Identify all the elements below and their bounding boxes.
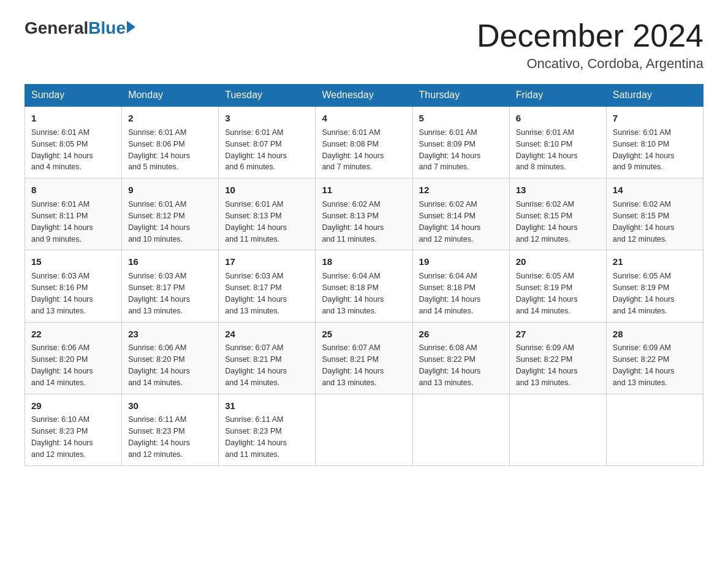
day-number: 15: [31, 255, 115, 269]
day-number: 30: [128, 399, 212, 413]
table-row: 27 Sunrise: 6:09 AMSunset: 8:22 PMDaylig…: [509, 322, 606, 394]
location-text: Oncativo, Cordoba, Argentina: [477, 56, 703, 72]
calendar-table: Sunday Monday Tuesday Wednesday Thursday…: [25, 84, 703, 466]
day-info: Sunrise: 6:01 AMSunset: 8:10 PMDaylight:…: [516, 128, 578, 172]
table-row: 6 Sunrise: 6:01 AMSunset: 8:10 PMDayligh…: [509, 106, 606, 178]
table-row: [509, 394, 606, 465]
table-row: 25 Sunrise: 6:07 AMSunset: 8:21 PMDaylig…: [316, 322, 412, 394]
day-info: Sunrise: 6:01 AMSunset: 8:06 PMDaylight:…: [128, 128, 190, 172]
month-title: December 2024: [477, 18, 703, 53]
day-number: 20: [516, 255, 600, 269]
col-friday: Friday: [509, 85, 606, 107]
day-number: 4: [322, 112, 406, 125]
day-info: Sunrise: 6:01 AMSunset: 8:08 PMDaylight:…: [322, 128, 384, 172]
day-number: 1: [31, 112, 115, 125]
col-sunday: Sunday: [25, 85, 122, 107]
calendar-week-row: 15 Sunrise: 6:03 AMSunset: 8:16 PMDaylig…: [25, 250, 703, 322]
day-number: 5: [419, 112, 503, 125]
calendar-week-row: 1 Sunrise: 6:01 AMSunset: 8:05 PMDayligh…: [25, 106, 703, 178]
day-info: Sunrise: 6:01 AMSunset: 8:10 PMDaylight:…: [613, 128, 675, 172]
table-row: 24 Sunrise: 6:07 AMSunset: 8:21 PMDaylig…: [219, 322, 316, 394]
table-row: 19 Sunrise: 6:04 AMSunset: 8:18 PMDaylig…: [412, 250, 509, 322]
day-info: Sunrise: 6:06 AMSunset: 8:20 PMDaylight:…: [128, 343, 190, 387]
table-row: 29 Sunrise: 6:10 AMSunset: 8:23 PMDaylig…: [25, 394, 122, 465]
table-row: 13 Sunrise: 6:02 AMSunset: 8:15 PMDaylig…: [509, 178, 606, 250]
day-number: 9: [128, 183, 212, 197]
day-number: 22: [31, 327, 115, 341]
table-row: 11 Sunrise: 6:02 AMSunset: 8:13 PMDaylig…: [316, 178, 412, 250]
col-thursday: Thursday: [412, 85, 509, 107]
day-info: Sunrise: 6:09 AMSunset: 8:22 PMDaylight:…: [516, 343, 578, 387]
day-number: 31: [225, 399, 309, 413]
day-number: 28: [613, 327, 697, 341]
table-row: 12 Sunrise: 6:02 AMSunset: 8:14 PMDaylig…: [412, 178, 509, 250]
day-number: 24: [225, 327, 309, 341]
day-info: Sunrise: 6:01 AMSunset: 8:07 PMDaylight:…: [225, 128, 287, 172]
table-row: [316, 394, 412, 465]
day-number: 7: [613, 112, 697, 125]
col-tuesday: Tuesday: [219, 85, 316, 107]
col-monday: Monday: [122, 85, 219, 107]
day-number: 6: [516, 112, 600, 125]
day-number: 18: [322, 255, 406, 269]
day-number: 26: [419, 327, 503, 341]
day-info: Sunrise: 6:10 AMSunset: 8:23 PMDaylight:…: [31, 415, 93, 459]
table-row: 8 Sunrise: 6:01 AMSunset: 8:11 PMDayligh…: [25, 178, 122, 250]
table-row: 17 Sunrise: 6:03 AMSunset: 8:17 PMDaylig…: [219, 250, 316, 322]
day-number: 13: [516, 183, 600, 197]
table-row: [412, 394, 509, 465]
day-number: 8: [31, 183, 115, 197]
table-row: 26 Sunrise: 6:08 AMSunset: 8:22 PMDaylig…: [412, 322, 509, 394]
calendar-week-row: 29 Sunrise: 6:10 AMSunset: 8:23 PMDaylig…: [25, 394, 703, 465]
table-row: 14 Sunrise: 6:02 AMSunset: 8:15 PMDaylig…: [606, 178, 703, 250]
day-number: 25: [322, 327, 406, 341]
logo: General Blue: [25, 18, 135, 38]
logo-general-text: General: [25, 18, 88, 38]
day-number: 3: [225, 112, 309, 125]
day-info: Sunrise: 6:02 AMSunset: 8:15 PMDaylight:…: [516, 200, 578, 243]
table-row: 10 Sunrise: 6:01 AMSunset: 8:13 PMDaylig…: [219, 178, 316, 250]
day-info: Sunrise: 6:01 AMSunset: 8:12 PMDaylight:…: [128, 200, 190, 243]
calendar-week-row: 22 Sunrise: 6:06 AMSunset: 8:20 PMDaylig…: [25, 322, 703, 394]
day-info: Sunrise: 6:01 AMSunset: 8:11 PMDaylight:…: [31, 200, 93, 243]
day-info: Sunrise: 6:07 AMSunset: 8:21 PMDaylight:…: [225, 343, 287, 387]
day-info: Sunrise: 6:05 AMSunset: 8:19 PMDaylight:…: [516, 272, 578, 315]
table-row: 1 Sunrise: 6:01 AMSunset: 8:05 PMDayligh…: [25, 106, 122, 178]
day-number: 16: [128, 255, 212, 269]
day-info: Sunrise: 6:02 AMSunset: 8:13 PMDaylight:…: [322, 200, 384, 243]
day-info: Sunrise: 6:08 AMSunset: 8:22 PMDaylight:…: [419, 343, 481, 387]
calendar-header: Sunday Monday Tuesday Wednesday Thursday…: [25, 85, 703, 107]
day-info: Sunrise: 6:01 AMSunset: 8:09 PMDaylight:…: [419, 128, 481, 172]
day-info: Sunrise: 6:11 AMSunset: 8:23 PMDaylight:…: [225, 415, 287, 459]
day-number: 29: [31, 399, 115, 413]
day-number: 2: [128, 112, 212, 125]
day-info: Sunrise: 6:03 AMSunset: 8:16 PMDaylight:…: [31, 272, 93, 315]
table-row: 18 Sunrise: 6:04 AMSunset: 8:18 PMDaylig…: [316, 250, 412, 322]
day-info: Sunrise: 6:09 AMSunset: 8:22 PMDaylight:…: [613, 343, 675, 387]
table-row: 4 Sunrise: 6:01 AMSunset: 8:08 PMDayligh…: [316, 106, 412, 178]
logo-arrow-icon: [127, 21, 135, 33]
table-row: 9 Sunrise: 6:01 AMSunset: 8:12 PMDayligh…: [122, 178, 219, 250]
table-row: 28 Sunrise: 6:09 AMSunset: 8:22 PMDaylig…: [606, 322, 703, 394]
day-number: 11: [322, 183, 406, 197]
table-row: 31 Sunrise: 6:11 AMSunset: 8:23 PMDaylig…: [219, 394, 316, 465]
day-number: 14: [613, 183, 697, 197]
table-row: 23 Sunrise: 6:06 AMSunset: 8:20 PMDaylig…: [122, 322, 219, 394]
page-header: General Blue December 2024 Oncativo, Cor…: [25, 18, 703, 72]
day-info: Sunrise: 6:03 AMSunset: 8:17 PMDaylight:…: [128, 272, 190, 315]
table-row: 5 Sunrise: 6:01 AMSunset: 8:09 PMDayligh…: [412, 106, 509, 178]
day-info: Sunrise: 6:03 AMSunset: 8:17 PMDaylight:…: [225, 272, 287, 315]
day-info: Sunrise: 6:05 AMSunset: 8:19 PMDaylight:…: [613, 272, 675, 315]
calendar-week-row: 8 Sunrise: 6:01 AMSunset: 8:11 PMDayligh…: [25, 178, 703, 250]
day-info: Sunrise: 6:02 AMSunset: 8:15 PMDaylight:…: [613, 200, 675, 243]
day-number: 17: [225, 255, 309, 269]
day-number: 27: [516, 327, 600, 341]
day-number: 23: [128, 327, 212, 341]
day-number: 10: [225, 183, 309, 197]
col-wednesday: Wednesday: [316, 85, 412, 107]
table-row: 22 Sunrise: 6:06 AMSunset: 8:20 PMDaylig…: [25, 322, 122, 394]
day-number: 19: [419, 255, 503, 269]
table-row: 3 Sunrise: 6:01 AMSunset: 8:07 PMDayligh…: [219, 106, 316, 178]
table-row: [606, 394, 703, 465]
day-info: Sunrise: 6:02 AMSunset: 8:14 PMDaylight:…: [419, 200, 481, 243]
